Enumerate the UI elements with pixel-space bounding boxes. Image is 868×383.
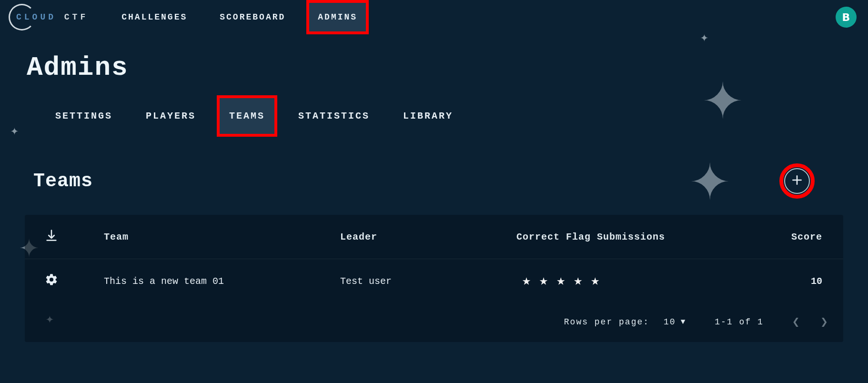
user-avatar[interactable]: B [836,7,857,28]
tab-players[interactable]: PLAYERS [135,97,206,135]
logo-arc-icon [9,4,35,30]
section-header-row: Teams [25,163,843,199]
star-icon: ★ [522,274,531,288]
star-icon: ★ [574,274,582,288]
tab-teams[interactable]: TEAMS [219,97,275,135]
nav-item-admins[interactable]: ADMINS [308,2,367,32]
col-leader: Leader [340,232,512,242]
top-header: CLOUD CTF CHALLENGESSCOREBOARDADMINS B [0,0,868,34]
col-flags: Correct Flag Submissions [516,232,726,242]
caret-down-icon: ▼ [681,318,686,326]
cell-flag-submissions: ★★★★★ [516,274,726,288]
rows-per-page-select[interactable]: 10 ▼ [664,317,686,327]
teams-table: Team Leader Correct Flag Submissions Sco… [25,215,843,342]
star-icon: ★ [539,274,548,288]
gear-icon [45,273,58,289]
table-row: This is a new team 01Test user★★★★★10 [25,259,843,303]
cell-leader: Test user [340,276,512,287]
rows-per-page: Rows per page: 10 ▼ [564,317,686,327]
brand-logo[interactable]: CLOUD CTF [9,4,88,30]
next-page-button[interactable]: ❯ [820,314,829,330]
nav-item-scoreboard[interactable]: SCOREBOARD [210,2,295,32]
tab-statistics[interactable]: STATISTICS [288,97,380,135]
plus-icon [791,174,803,189]
table-header-row: Team Leader Correct Flag Submissions Sco… [25,215,843,259]
nav-item-challenges[interactable]: CHALLENGES [112,2,197,32]
pagination-range: 1-1 of 1 [715,317,763,327]
pagination-arrows: ❮ ❯ [792,314,829,330]
avatar-initial: B [842,11,850,23]
primary-nav: CHALLENGESSCOREBOARDADMINS [112,2,367,32]
admin-subnav: SETTINGSPLAYERSTEAMSSTATISTICSLIBRARY [45,97,843,135]
add-team-button[interactable] [784,168,810,194]
rows-per-page-value: 10 [664,317,676,327]
star-icon: ★ [556,274,565,288]
col-score: Score [731,232,826,242]
tab-settings[interactable]: SETTINGS [45,97,123,135]
section-title: Teams [33,171,93,192]
download-button[interactable] [42,227,61,246]
row-settings-button[interactable] [42,272,61,291]
col-team: Team [104,232,335,242]
rows-per-page-label: Rows per page: [564,317,649,327]
page-title: Admins [27,52,843,83]
table-footer: Rows per page: 10 ▼ 1-1 of 1 ❮ ❯ [25,303,843,342]
cell-team: This is a new team 01 [104,276,335,287]
brand-ctf: CTF [56,12,88,22]
download-icon [45,229,58,245]
cell-score: 10 [731,276,826,287]
star-icon: ★ [591,274,599,288]
prev-page-button[interactable]: ❮ [792,314,801,330]
page: Admins SETTINGSPLAYERSTEAMSSTATISTICSLIB… [0,34,868,356]
tab-library[interactable]: LIBRARY [393,97,464,135]
add-team-container [779,163,815,199]
